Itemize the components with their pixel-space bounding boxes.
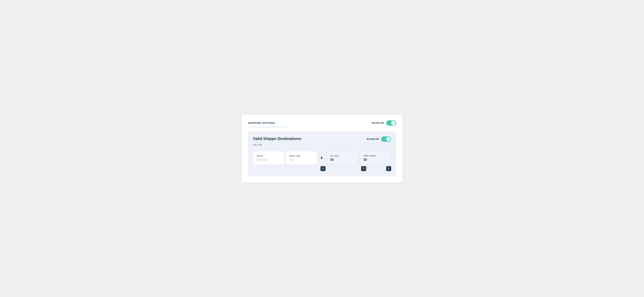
on-own-field-value: $0 (330, 158, 354, 162)
header-enabled-label: ENABLED (372, 122, 384, 124)
card-subtitle: US, CA (253, 143, 391, 146)
with-others-field-label: With others (364, 154, 388, 157)
shipping-options-panel: SHIPPING OPTIONS ENABLED Valid Shippo De… (242, 114, 403, 182)
base-rate-help-button[interactable]: ? (320, 166, 326, 171)
name-field-value: Unused (256, 158, 280, 162)
toggle-thumb (391, 121, 396, 125)
name-field-box[interactable]: Name Unused (253, 152, 284, 164)
card-title-group: Valid Shippo Destinations (253, 136, 301, 141)
with-others-field-value: $0 (364, 158, 388, 162)
base-rate-field-label: Base rate (290, 154, 313, 157)
card-title: Valid Shippo Destinations (253, 136, 301, 141)
on-own-field-label: On own (330, 154, 354, 157)
card-enabled-label: ENABLED (367, 138, 379, 140)
destinations-card: Valid Shippo Destinations ENABLED US, CA… (248, 132, 396, 176)
base-rate-field-value: $0 (290, 158, 313, 162)
card-header: Valid Shippo Destinations ENABLED (253, 136, 391, 142)
on-own-help-button[interactable]: ? (361, 166, 366, 171)
base-rate-field-box[interactable]: Base rate $0 (286, 152, 317, 164)
panel-header: SHIPPING OPTIONS ENABLED (248, 120, 396, 126)
header-divider (248, 127, 287, 127)
with-others-help-button[interactable]: ? (386, 166, 391, 171)
on-own-field-box[interactable]: On own $0 (326, 151, 358, 165)
with-others-field-box[interactable]: With others $0 (360, 151, 391, 165)
card-enabled-group: ENABLED (367, 136, 391, 142)
header-enabled-group: ENABLED (372, 120, 396, 126)
fields-row: Name Unused Base rate $0 + On own $0 Wit… (253, 151, 391, 165)
panel-title: SHIPPING OPTIONS (248, 122, 275, 124)
header-enabled-toggle[interactable] (386, 120, 396, 126)
name-field-label: Name (256, 154, 280, 157)
plus-sign: + (317, 155, 326, 161)
card-enabled-toggle[interactable] (381, 136, 391, 142)
help-row: ? ? ? (253, 166, 391, 171)
card-toggle-thumb (386, 137, 390, 141)
